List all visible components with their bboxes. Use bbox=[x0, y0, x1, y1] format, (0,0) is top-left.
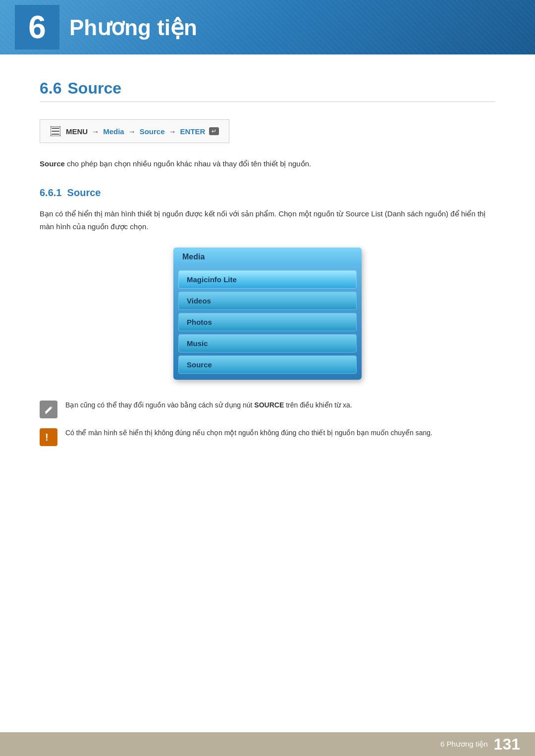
description-paragraph: Source cho phép bạn chọn nhiều nguồn khá… bbox=[40, 158, 495, 170]
subsection-number: 6.6.1 bbox=[40, 187, 61, 198]
description-text-body: cho phép bạn chọn nhiều nguồn khác nhau … bbox=[65, 159, 311, 168]
section-heading: 6.6Source bbox=[40, 79, 495, 102]
chapter-title: Phương tiện bbox=[69, 15, 197, 40]
note-source-bold: SOURCE bbox=[254, 401, 284, 409]
section-title: Source bbox=[67, 79, 121, 97]
nav-media: Media bbox=[103, 127, 124, 136]
nav-source: Source bbox=[140, 127, 165, 136]
footer-section-label: 6 Phương tiện bbox=[440, 740, 488, 749]
menu-item-magicinfo[interactable]: Magicinfo Lite bbox=[178, 270, 357, 289]
svg-text:!: ! bbox=[45, 432, 49, 443]
note-pencil-text: Bạn cũng có thể thay đổi nguồn vào bằng … bbox=[65, 400, 495, 410]
media-menu: Media Magicinfo Lite Videos Photos Music… bbox=[173, 248, 362, 380]
chapter-header: 6 Phương tiện bbox=[0, 0, 535, 54]
chapter-number: 6 bbox=[15, 5, 59, 50]
notes-section: Bạn cũng có thể thay đổi nguồn vào bằng … bbox=[40, 400, 495, 446]
subsection-body: Bạn có thể hiển thị màn hình thiết bị ng… bbox=[40, 207, 495, 233]
svg-rect-2 bbox=[52, 134, 59, 135]
pencil-icon bbox=[40, 401, 57, 418]
footer-page-number: 131 bbox=[494, 736, 520, 752]
section-number: 6.6 bbox=[40, 79, 61, 97]
media-menu-header: Media bbox=[173, 248, 362, 266]
media-menu-container: Media Magicinfo Lite Videos Photos Music… bbox=[40, 248, 495, 380]
menu-item-photos[interactable]: Photos bbox=[178, 313, 357, 331]
note-pencil: Bạn cũng có thể thay đổi nguồn vào bằng … bbox=[40, 400, 495, 418]
nav-arrow-2: → bbox=[128, 127, 136, 136]
enter-key-icon: ↵ bbox=[209, 127, 219, 135]
subsection-title: Source bbox=[67, 187, 101, 198]
nav-menu-label: MENU bbox=[66, 127, 88, 136]
subsection-heading: 6.6.1 Source bbox=[40, 187, 495, 199]
note-warning-text: Có thể màn hình sẽ hiển thị không đúng n… bbox=[65, 427, 495, 438]
main-content: 6.6Source MENU → Media → Source → ENTER↵… bbox=[0, 54, 535, 486]
svg-rect-1 bbox=[52, 131, 59, 132]
page-footer: 6 Phương tiện 131 bbox=[0, 732, 535, 756]
media-menu-items: Magicinfo Lite Videos Photos Music Sourc… bbox=[173, 266, 362, 380]
nav-enter: ENTER bbox=[180, 127, 206, 136]
note-warning: ! Có thể màn hình sẽ hiển thị không đúng… bbox=[40, 427, 495, 446]
menu-icon bbox=[50, 126, 61, 137]
nav-arrow-3: → bbox=[169, 127, 176, 136]
svg-rect-0 bbox=[52, 128, 59, 129]
menu-item-videos[interactable]: Videos bbox=[178, 292, 357, 310]
menu-item-source[interactable]: Source bbox=[178, 355, 357, 374]
nav-arrow-1: → bbox=[92, 127, 99, 136]
nav-breadcrumb: MENU → Media → Source → ENTER↵ bbox=[40, 119, 229, 143]
description-bold: Source bbox=[40, 159, 65, 168]
menu-item-music[interactable]: Music bbox=[178, 334, 357, 353]
warning-icon: ! bbox=[40, 428, 57, 446]
